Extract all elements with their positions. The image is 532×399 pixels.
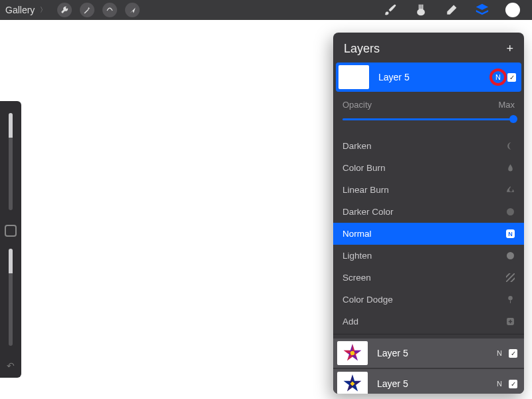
- modifier-button[interactable]: [5, 225, 17, 237]
- layer-row[interactable]: Layer 5 N ✓: [333, 338, 524, 368]
- svg-point-1: [508, 296, 513, 301]
- layer-name: Layer 5: [377, 378, 497, 389]
- smudge-icon[interactable]: [414, 3, 428, 17]
- blend-mode-color-dodge[interactable]: Color Dodge: [333, 289, 524, 311]
- layers-panel-header: Layers +: [333, 33, 524, 63]
- layer-visibility-checkbox[interactable]: ✓: [509, 349, 517, 358]
- layer-visibility-checkbox[interactable]: ✓: [509, 380, 517, 388]
- layer-thumbnail: [337, 372, 368, 394]
- blend-mode-label: Color Burn: [342, 163, 386, 173]
- blend-mode-label: Add: [342, 317, 358, 327]
- transform-arrow-icon[interactable]: [125, 3, 140, 17]
- wand-icon[interactable]: [80, 3, 94, 17]
- blend-mode-label: Screen: [342, 273, 371, 283]
- top-toolbar: Gallery 〉: [0, 0, 532, 20]
- eraser-icon[interactable]: [444, 3, 459, 17]
- blend-mode-normal[interactable]: Normal N: [333, 223, 524, 245]
- selection-tool-icon[interactable]: [102, 3, 117, 17]
- opacity-section: Opacity Max: [333, 92, 524, 130]
- blend-mode-label: Color Dodge: [342, 295, 393, 305]
- opacity-value: Max: [498, 100, 515, 110]
- layer-visibility-checkbox[interactable]: ✓: [507, 73, 516, 82]
- layer-row-selected[interactable]: Layer 5 N ✓: [336, 63, 521, 92]
- panel-title: Layers: [344, 42, 380, 56]
- blend-mode-darken[interactable]: Darken: [333, 135, 524, 157]
- layers-panel: Layers + Layer 5 N ✓ Opacity Max Darken …: [333, 33, 524, 394]
- gallery-button[interactable]: Gallery: [5, 5, 35, 15]
- opacity-slider[interactable]: [9, 249, 13, 346]
- blend-mode-darker-color[interactable]: Darker Color: [333, 201, 524, 223]
- wrench-icon[interactable]: [57, 3, 72, 17]
- chevron-right-icon: 〉: [40, 5, 47, 15]
- lollipop-icon: [505, 295, 515, 305]
- blend-mode-color-burn[interactable]: Color Burn: [333, 157, 524, 179]
- layer-name: Layer 5: [378, 72, 495, 82]
- blend-mode-linear-burn[interactable]: Linear Burn: [333, 179, 524, 201]
- drop-icon: [505, 164, 515, 173]
- brush-icon[interactable]: [383, 3, 398, 17]
- add-layer-button[interactable]: +: [506, 42, 513, 56]
- opacity-label: Opacity: [342, 100, 372, 110]
- side-toolbar: ↶: [0, 101, 21, 378]
- blend-mode-label: Darker Color: [342, 207, 394, 217]
- dot-icon: [505, 251, 515, 261]
- layer-thumbnail: [338, 65, 369, 89]
- color-swatch[interactable]: [505, 3, 520, 17]
- blend-mode-label: Normal: [342, 229, 372, 239]
- blend-mode-label: Lighten: [342, 251, 372, 261]
- svg-rect-2: [509, 301, 510, 303]
- flame-icon: [505, 186, 515, 195]
- blend-mode-letter[interactable]: N: [497, 380, 502, 388]
- normal-badge-icon: N: [506, 229, 515, 238]
- layer-name: Layer 5: [377, 348, 497, 358]
- layer-row[interactable]: Layer 5 N ✓: [333, 369, 524, 394]
- layer-thumbnail: [337, 341, 368, 365]
- blend-mode-list: Darken Color Burn Linear Burn Darker Col…: [333, 135, 524, 332]
- undo-icon[interactable]: ↶: [7, 360, 15, 371]
- blend-mode-letter[interactable]: N: [497, 349, 502, 357]
- blend-mode-label: Darken: [342, 141, 372, 151]
- blend-mode-label: Linear Burn: [342, 185, 389, 195]
- blend-mode-lighten[interactable]: Lighten: [333, 245, 524, 267]
- brush-size-slider[interactable]: [9, 113, 13, 210]
- layers-icon[interactable]: [475, 3, 489, 17]
- plus-square-icon: [505, 317, 515, 327]
- moon-icon: [505, 142, 515, 151]
- opacity-slider-control[interactable]: [342, 112, 515, 126]
- blend-mode-letter[interactable]: N: [495, 73, 501, 81]
- blend-mode-screen[interactable]: Screen: [333, 267, 524, 289]
- dot-icon: [505, 207, 515, 217]
- blend-mode-add[interactable]: Add: [333, 311, 524, 332]
- hatch-icon: [505, 273, 515, 283]
